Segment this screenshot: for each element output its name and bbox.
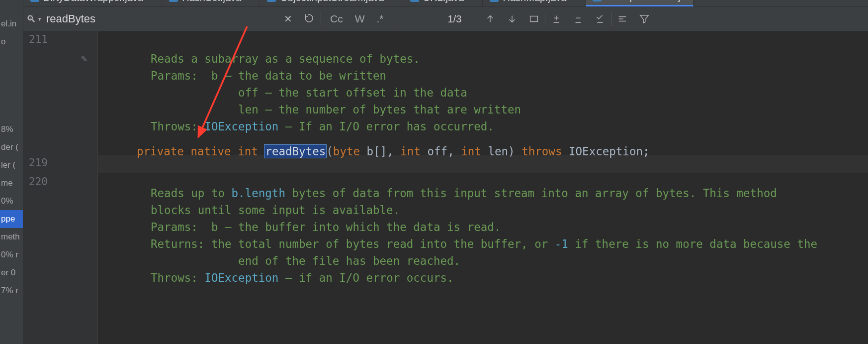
add-selection-icon[interactable] bbox=[545, 7, 567, 31]
tab-label: HashSet.java bbox=[182, 0, 241, 3]
tab-label: HashMap.java bbox=[503, 0, 566, 3]
doc-param: len – the number of bytes that are writt… bbox=[238, 103, 521, 116]
sidebar-item[interactable]: er 0 bbox=[0, 264, 23, 282]
settings-icon[interactable] bbox=[611, 7, 633, 31]
sidebar-item[interactable]: 0% r bbox=[0, 246, 23, 264]
java-file-icon bbox=[30, 0, 39, 2]
sidebar-item[interactable]: meth bbox=[0, 228, 23, 246]
next-match-icon[interactable] bbox=[501, 7, 523, 31]
tab-objectinputstream[interactable]: ObjectInputStream.java × bbox=[260, 0, 403, 6]
close-icon[interactable]: × bbox=[248, 0, 253, 2]
method-signature: private native int readBytes(byte b[], i… bbox=[137, 143, 868, 160]
search-box[interactable]: 🔍︎ ▾ bbox=[23, 7, 277, 31]
java-file-icon bbox=[593, 0, 602, 1]
tab-hashmap[interactable]: HashMap.java × bbox=[483, 0, 585, 6]
sidebar-item-selected[interactable]: ppe bbox=[0, 210, 23, 228]
doc-param: b – the buffer into which the data is re… bbox=[211, 221, 501, 233]
close-icon[interactable]: × bbox=[471, 0, 475, 2]
close-icon[interactable]: × bbox=[573, 0, 578, 2]
match-counter: 1/3 bbox=[393, 13, 480, 25]
java-file-icon bbox=[410, 0, 419, 2]
doc-throws-label: Throws: bbox=[151, 120, 198, 133]
java-file-icon bbox=[169, 0, 178, 2]
doc-throws-type[interactable]: IOException bbox=[204, 271, 278, 284]
line-number: 220 bbox=[29, 176, 48, 188]
line-number: 211 bbox=[29, 33, 48, 45]
doc-returns-label: Returns: bbox=[151, 237, 204, 250]
match-case-toggle[interactable]: Cc bbox=[324, 13, 349, 25]
doc-param: b – the data to be written bbox=[211, 69, 386, 82]
line-number: 219 bbox=[29, 157, 48, 169]
java-file-icon bbox=[490, 0, 499, 2]
search-match[interactable]: readBytes bbox=[264, 145, 326, 158]
tab-dirtydatawrapper[interactable]: DirtyDataWrapper.java × bbox=[23, 0, 162, 6]
doc-throws-desc: – If an I/O error has occurred. bbox=[278, 120, 494, 133]
find-bar: 🔍︎ ▾ ✕ Cc W .* 1/3 bbox=[23, 6, 868, 31]
edit-icon[interactable]: ✎ bbox=[81, 52, 87, 64]
code-area[interactable]: Reads a subarray as a sequence of bytes.… bbox=[98, 31, 868, 344]
search-input[interactable] bbox=[46, 7, 277, 31]
select-all-icon[interactable] bbox=[523, 7, 545, 31]
prev-search-icon[interactable] bbox=[299, 7, 321, 31]
editor-tabs: DirtyDataWrapper.java × HashSet.java × O… bbox=[23, 0, 868, 6]
sidebar-item[interactable]: der ( bbox=[0, 138, 23, 156]
sidebar-item[interactable]: el.in bbox=[0, 15, 23, 33]
close-icon[interactable]: × bbox=[150, 0, 155, 2]
doc-throws-label: Throws: bbox=[151, 271, 198, 284]
regex-toggle[interactable]: .* bbox=[371, 13, 390, 25]
doc-summary: Reads a subarray as a sequence of bytes. bbox=[151, 52, 420, 65]
tab-url[interactable]: URL.java × bbox=[403, 0, 483, 6]
sidebar-item[interactable]: o bbox=[0, 33, 23, 51]
tab-label: URL.java bbox=[423, 0, 464, 3]
doc-throws-type[interactable]: IOException bbox=[204, 120, 278, 133]
code-editor[interactable]: 211 ✎ 219 220 Reads a subarray as a sequ… bbox=[23, 31, 868, 344]
svg-rect-0 bbox=[530, 16, 538, 22]
sidebar-item[interactable]: 8% bbox=[0, 120, 23, 138]
doc-param: off – the start offset in the data bbox=[238, 86, 467, 99]
sidebar-item[interactable]: ler ( bbox=[0, 156, 23, 174]
structure-sidebar: el.in o 8% der ( ler ( me 0% ppe meth 0%… bbox=[0, 0, 23, 344]
filter-icon[interactable] bbox=[633, 7, 655, 31]
prev-match-icon[interactable] bbox=[479, 7, 501, 31]
tab-fileinputstream[interactable]: FileInputStream.ja bbox=[586, 0, 694, 6]
search-icon: 🔍︎ bbox=[26, 13, 36, 25]
tab-hashset[interactable]: HashSet.java × bbox=[162, 0, 260, 6]
remove-selection-icon[interactable] bbox=[567, 7, 589, 31]
tab-label: ObjectInputStream.java bbox=[280, 0, 384, 3]
tab-label: FileInputStream.ja bbox=[606, 0, 686, 2]
search-history-dropdown-icon[interactable]: ▾ bbox=[38, 16, 41, 22]
sidebar-item[interactable]: me bbox=[0, 174, 23, 192]
sidebar-item[interactable]: 0% bbox=[0, 192, 23, 210]
doc-params-label: Params: bbox=[151, 69, 198, 82]
whole-word-toggle[interactable]: W bbox=[349, 13, 371, 25]
close-icon[interactable]: × bbox=[391, 0, 395, 2]
gutter: 211 ✎ 219 220 bbox=[23, 31, 98, 344]
select-all-occurrences-icon[interactable] bbox=[589, 7, 611, 31]
doc-params-label: Params: bbox=[151, 221, 198, 233]
search-options: Cc W .* bbox=[321, 7, 393, 31]
sidebar-item[interactable]: 7% r bbox=[0, 282, 23, 300]
java-file-icon bbox=[267, 0, 276, 2]
tab-label: DirtyDataWrapper.java bbox=[43, 0, 143, 3]
clear-search-icon[interactable]: ✕ bbox=[277, 7, 299, 31]
